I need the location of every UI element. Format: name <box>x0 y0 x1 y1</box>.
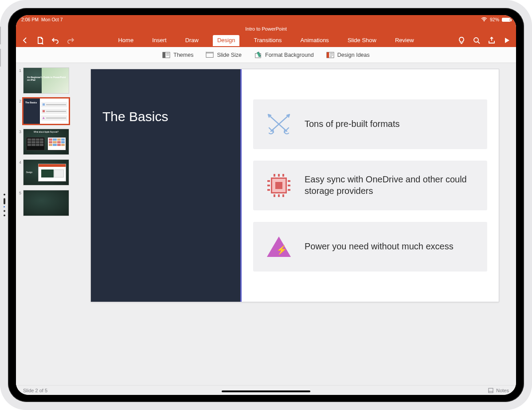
feature-text[interactable]: Easy sync with OneDrive and other could … <box>305 174 477 197</box>
svg-rect-6 <box>206 53 213 57</box>
thumb-number: 4 <box>16 159 21 165</box>
tab-slideshow[interactable]: Slide Show <box>343 35 381 46</box>
themes-label: Themes <box>173 52 193 58</box>
ribbon: Home Insert Draw Design Transitions Anim… <box>16 34 516 47</box>
slide-content-panel[interactable]: Tons of pre-built formats <box>242 69 499 302</box>
status-time: 2:06 PM <box>21 17 39 22</box>
thumb-caption: The Basics <box>23 99 40 124</box>
slide-counter: Slide 2 of 5 <box>23 388 47 393</box>
design-toolbar: Themes Slide Size Format Background Desi… <box>16 47 516 63</box>
thumb-number: 5 <box>16 190 21 195</box>
file-menu-button[interactable] <box>36 36 44 44</box>
status-date: Mon Oct 7 <box>41 17 63 22</box>
tab-transitions[interactable]: Transitions <box>249 35 286 46</box>
slide-size-label: Slide Size <box>217 52 242 58</box>
slide[interactable]: The Basics <box>91 69 499 302</box>
slide-thumbnail-4[interactable]: Design <box>23 159 69 185</box>
design-ideas-button[interactable]: Design Ideas <box>326 51 370 59</box>
slide-thumbnail-3[interactable]: What about Apple Keynote? <box>23 129 69 155</box>
document-title-bar: Intro to PowerPoint <box>16 24 516 34</box>
svg-rect-11 <box>330 55 333 55</box>
notes-toggle[interactable]: Notes <box>488 388 509 393</box>
slide-title[interactable]: The Basics <box>102 109 229 124</box>
wifi-icon <box>481 17 487 22</box>
play-slideshow-icon[interactable] <box>503 36 511 44</box>
thumb-caption: What about Apple Keynote? <box>23 131 69 133</box>
chip-icon <box>266 173 291 198</box>
slide-size-button[interactable]: Slide Size <box>206 51 242 59</box>
thumb-caption: Design <box>26 171 38 173</box>
slide-canvas-area[interactable]: The Basics <box>82 63 516 385</box>
slide-title-panel[interactable]: The Basics <box>91 69 242 302</box>
slide-thumbnail-panel[interactable]: 1 An Beginner's Guide to PowerPoint on i… <box>16 63 82 385</box>
thumb-number: 3 <box>16 129 21 134</box>
svg-rect-5 <box>166 55 169 55</box>
tab-review[interactable]: Review <box>391 35 419 46</box>
thumb-number: 2 <box>16 98 21 103</box>
redo-button[interactable] <box>66 36 74 44</box>
status-bar: 2:06 PM Mon Oct 7 92% <box>16 15 516 24</box>
slide-thumbnail-5[interactable] <box>23 190 69 216</box>
svg-point-0 <box>484 21 485 22</box>
battery-percent: 92% <box>490 17 499 22</box>
svg-point-1 <box>474 38 478 42</box>
swords-icon <box>266 112 291 137</box>
status-footer: Slide 2 of 5 Notes <box>16 385 516 395</box>
bolt-triangle-icon: ⚡ <box>266 234 291 259</box>
slide-thumbnail-2[interactable]: The Basics <box>23 98 69 124</box>
svg-rect-4 <box>166 53 169 54</box>
design-ideas-label: Design Ideas <box>337 52 370 58</box>
search-icon[interactable] <box>473 36 481 44</box>
document-title: Intro to PowerPoint <box>245 26 287 32</box>
thumb-number: 1 <box>16 67 21 73</box>
themes-button[interactable]: Themes <box>162 51 193 59</box>
battery-icon <box>502 18 511 22</box>
feature-card-1[interactable]: Tons of pre-built formats <box>253 99 487 149</box>
feature-text[interactable]: Tons of pre-built formats <box>305 118 400 130</box>
home-indicator[interactable] <box>222 390 310 392</box>
svg-rect-3 <box>163 52 165 58</box>
slide-thumbnail-1[interactable]: An Beginner's Guide to PowerPoint on iPa… <box>23 67 69 94</box>
share-icon[interactable] <box>488 36 496 44</box>
svg-rect-10 <box>330 53 333 54</box>
lightbulb-icon[interactable] <box>458 36 466 44</box>
format-background-label: Format Background <box>265 52 314 58</box>
format-background-button[interactable]: Format Background <box>254 51 314 59</box>
svg-rect-13 <box>489 388 493 393</box>
feature-card-2[interactable]: Easy sync with OneDrive and other could … <box>253 161 487 210</box>
back-button[interactable] <box>21 36 29 44</box>
svg-rect-12 <box>330 56 332 57</box>
tab-draw[interactable]: Draw <box>181 35 203 46</box>
tab-design[interactable]: Design <box>213 35 239 46</box>
tab-home[interactable]: Home <box>113 35 138 46</box>
tab-animations[interactable]: Animations <box>296 35 333 46</box>
thumb-caption: An Beginner's Guide to PowerPoint on iPa… <box>27 76 69 81</box>
notes-label: Notes <box>496 388 509 393</box>
tab-insert[interactable]: Insert <box>148 35 171 46</box>
feature-text[interactable]: Power you need without much excess <box>305 241 454 252</box>
ribbon-tabs: Home Insert Draw Design Transitions Anim… <box>113 35 418 46</box>
feature-card-3[interactable]: ⚡ Power you need without much excess <box>253 222 487 272</box>
svg-rect-9 <box>327 52 329 58</box>
undo-button[interactable] <box>51 36 59 44</box>
